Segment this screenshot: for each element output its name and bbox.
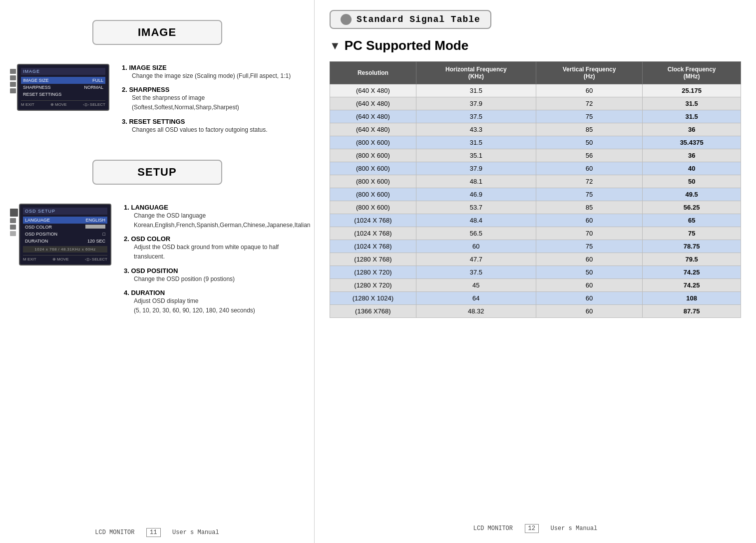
osd-left-icons xyxy=(10,64,16,95)
table-row: (800 X 600)53.78556.25 xyxy=(330,201,741,214)
desc-sharpness-title: 2. SHARPNESS xyxy=(122,86,304,93)
osd-value-sharpness: NORMAL xyxy=(84,85,103,90)
setup-osd-mockup: OSD SETUP LANGUAGE ENGLISH OSD COLOR OSD… xyxy=(19,204,111,266)
signal-title-icon xyxy=(341,14,352,25)
cell-h-freq: 31.5 xyxy=(416,84,536,97)
right-page-number: 12 xyxy=(525,524,539,533)
osd-value-language: ENGLISH xyxy=(85,218,105,223)
cell-v-freq: 75 xyxy=(536,188,642,201)
osd-row-reset: RESET SETTINGS xyxy=(21,91,105,98)
osd-row-image-size: IMAGE SIZE FULL xyxy=(21,77,105,84)
cell-v-freq: 50 xyxy=(536,266,642,279)
desc-duration: 4. DURATION Adjust OSD display time(5, 1… xyxy=(124,289,311,315)
cell-clock: 56.25 xyxy=(643,201,741,214)
desc-osd-position: 3. OSD POSITION Change the OSD position … xyxy=(124,267,311,284)
table-row: (1280 X 768)47.76079.5 xyxy=(330,253,741,266)
osd-exit-label: M EXIT xyxy=(21,102,34,107)
left-footer-text: LCD MONITOR xyxy=(95,529,134,536)
setup-description: 1. LANGUAGE Change the OSD languageKorea… xyxy=(124,204,311,320)
cell-v-freq: 70 xyxy=(536,227,642,240)
left-page-number: 11 xyxy=(146,528,160,537)
cell-v-freq: 72 xyxy=(536,97,642,110)
cell-h-freq: 37.5 xyxy=(416,266,536,279)
cell-v-freq: 85 xyxy=(536,123,642,136)
col-h-freq: Horizontal Frequency(KHz) xyxy=(416,62,536,84)
desc-duration-title: 4. DURATION xyxy=(124,289,311,296)
osd-label-duration: DURATION xyxy=(25,239,48,244)
cell-h-freq: 37.5 xyxy=(416,110,536,123)
cell-clock: 36 xyxy=(643,149,741,162)
cell-h-freq: 37.9 xyxy=(416,162,536,175)
desc-image-size-title: 1. IMAGE SIZE xyxy=(122,64,304,71)
cell-resolution: (640 X 480) xyxy=(330,84,416,97)
image-osd-mockup: IMAGE IMAGE SIZE FULL SHARPNESS NORMAL R… xyxy=(17,64,109,111)
cell-clock: 25.175 xyxy=(643,84,741,97)
col-v-freq: Vertical Frequency(Hz) xyxy=(536,62,642,84)
table-row: (640 X 480)37.57531.5 xyxy=(330,110,741,123)
cell-resolution: (640 X 480) xyxy=(330,110,416,123)
cell-h-freq: 48.4 xyxy=(416,214,536,227)
cell-h-freq: 56.5 xyxy=(416,227,536,240)
osd-label-sharpness: SHARPNESS xyxy=(23,85,51,90)
cell-h-freq: 47.7 xyxy=(416,253,536,266)
table-row: (800 X 600)35.15636 xyxy=(330,149,741,162)
cell-resolution: (800 X 600) xyxy=(330,175,416,188)
pc-supported-title: ▼ PC Supported Mode xyxy=(330,38,741,53)
table-row: (800 X 600)48.17250 xyxy=(330,175,741,188)
cell-v-freq: 75 xyxy=(536,110,642,123)
cell-h-freq: 64 xyxy=(416,292,536,305)
osd-setup-move: ⊕ MOVE xyxy=(52,257,69,262)
desc-osd-color-title: 2. OSD COLOR xyxy=(124,235,311,243)
osd-image-footer: M EXIT ⊕ MOVE ◁▷ SELECT xyxy=(21,100,105,107)
image-section-header: IMAGE xyxy=(92,20,222,45)
setup-section-header: SETUP xyxy=(92,160,222,185)
desc-osd-position-title: 3. OSD POSITION xyxy=(124,267,311,274)
left-page: IMAGE IMAGE IMAGE SIZE FULL SHARPNESS NO… xyxy=(0,0,315,543)
cell-v-freq: 60 xyxy=(536,84,642,97)
desc-osd-position-text: Change the OSD position (9 postions) xyxy=(134,274,311,284)
cell-clock: 31.5 xyxy=(643,110,741,123)
table-row: (800 X 600)31.55035.4375 xyxy=(330,136,741,149)
osd-setup-exit: M EXIT xyxy=(23,257,36,262)
osd-row-duration: DURATION 120 SEC xyxy=(23,238,107,245)
cell-h-freq: 45 xyxy=(416,279,536,292)
right-footer-text: LCD MONITOR xyxy=(473,525,513,532)
osd-row-osd-position: OSD POSITION □ xyxy=(23,231,107,238)
cell-clock: 74.25 xyxy=(643,279,741,292)
cell-v-freq: 60 xyxy=(536,305,642,318)
right-page-footer: LCD MONITOR 12 User s Manual xyxy=(330,519,741,533)
cell-resolution: (1024 X 768) xyxy=(330,227,416,240)
cell-resolution: (640 X 480) xyxy=(330,123,416,136)
table-row: (640 X 480)43.38536 xyxy=(330,123,741,136)
osd-row-osd-color: OSD COLOR xyxy=(23,224,107,231)
cell-v-freq: 72 xyxy=(536,175,642,188)
cell-h-freq: 43.3 xyxy=(416,123,536,136)
osd-info-text: 1024 x 768 / 48.31KHz x 60Hz xyxy=(23,246,107,253)
desc-osd-color-text: Adjust the OSD back ground from white op… xyxy=(134,243,311,262)
osd-setup-select: ◁▷ SELECT xyxy=(85,257,107,262)
cell-resolution: (1280 X 768) xyxy=(330,253,416,266)
pc-title-text: PC Supported Mode xyxy=(345,38,468,53)
cell-v-freq: 56 xyxy=(536,149,642,162)
table-row: (1280 X 720)456074.25 xyxy=(330,279,741,292)
osd-icon-3 xyxy=(10,82,16,87)
osd-label-image-size: IMAGE SIZE xyxy=(23,78,49,83)
cell-clock: 36 xyxy=(643,123,741,136)
table-row: (640 X 480)31.56025.175 xyxy=(330,84,741,97)
osd-label-language: LANGUAGE xyxy=(25,218,50,223)
osd-row-sharpness: SHARPNESS NORMAL xyxy=(21,84,105,91)
setup-osd-wrapper: OSD SETUP LANGUAGE ENGLISH OSD COLOR OSD… xyxy=(10,204,111,273)
left-page-footer: LCD MONITOR 11 User s Manual xyxy=(0,528,314,537)
table-row: (1280 X 720)37.55074.25 xyxy=(330,266,741,279)
desc-reset-title: 3. RESET SETTINGS xyxy=(122,118,304,125)
cell-clock: 49.5 xyxy=(643,188,741,201)
osd-label-osd-color: OSD COLOR xyxy=(25,225,52,230)
osd-move-label: ⊕ MOVE xyxy=(50,102,67,107)
cell-h-freq: 60 xyxy=(416,240,536,253)
col-clock: Clock Frequency(MHz) xyxy=(643,62,741,84)
table-row: (800 X 600)46.97549.5 xyxy=(330,188,741,201)
cell-h-freq: 31.5 xyxy=(416,136,536,149)
cell-v-freq: 60 xyxy=(536,253,642,266)
osd-image-title: IMAGE xyxy=(21,68,105,75)
right-footer-suffix: User s Manual xyxy=(551,525,598,532)
